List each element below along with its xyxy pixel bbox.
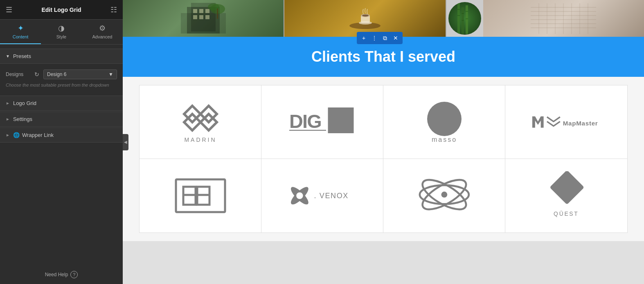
- designs-dropdown[interactable]: Design 6 ▼: [43, 69, 117, 79]
- logo-grid-wrapper: MADRIN DIG masso: [123, 77, 644, 241]
- svg-rect-17: [457, 3, 460, 34]
- photo-3: [448, 2, 481, 35]
- refresh-button[interactable]: ↻: [34, 70, 40, 78]
- logo-grid-chevron: ►: [6, 101, 10, 105]
- toolbar-copy-button[interactable]: ⧉: [381, 34, 390, 42]
- section-presets[interactable]: ▼ Presets: [0, 49, 123, 64]
- content-icon: ✦: [18, 24, 24, 33]
- logo-cell-venox: . VENOX: [261, 159, 383, 233]
- need-help-section: Need Help ?: [0, 265, 123, 284]
- svg-rect-60: [549, 171, 584, 205]
- svg-point-15: [362, 14, 369, 16]
- svg-rect-5: [205, 9, 209, 13]
- panel-header: ☰ Edit Logo Grid ☷: [0, 0, 123, 20]
- collapse-handle[interactable]: ◀: [123, 134, 128, 150]
- svg-text:masso: masso: [431, 136, 457, 143]
- mapmaster-logo-svg: MapMaster: [529, 111, 603, 133]
- hamburger-icon[interactable]: ☰: [6, 5, 12, 14]
- svg-text:QŪEST: QŪEST: [554, 210, 579, 217]
- svg-point-44: [427, 102, 462, 136]
- orbit-logo-svg: [414, 171, 475, 220]
- masso-logo-svg: masso: [412, 98, 477, 147]
- svg-text:MapMaster: MapMaster: [563, 120, 598, 127]
- settings-chevron: ►: [6, 117, 10, 121]
- svg-text:MADRIN: MADRIN: [184, 136, 216, 143]
- logo-cell-masso: masso: [383, 85, 505, 159]
- logo-grid-label: Logo Grid: [13, 100, 36, 106]
- svg-rect-19: [466, 5, 468, 34]
- grid-icon[interactable]: ☷: [110, 5, 117, 14]
- tab-style-label: Style: [56, 34, 66, 39]
- dropdown-arrow-icon: ▼: [108, 72, 113, 77]
- right-canvas: + ⋮ ⧉ ✕ Clients That I served MADRIN: [123, 0, 644, 284]
- tab-content[interactable]: ✦ Content: [0, 20, 41, 44]
- logo-cell-dig: DIG: [261, 85, 383, 159]
- tab-content-label: Content: [13, 34, 29, 39]
- style-icon: ◑: [58, 24, 65, 33]
- left-panel: ☰ Edit Logo Grid ☷ ✦ Content ◑ Style ⚙ A…: [0, 0, 123, 284]
- wrapper-link-label: Wrapper Link: [22, 132, 54, 138]
- banner-title: Clients That I served: [131, 48, 636, 65]
- settings-label: Settings: [13, 116, 32, 122]
- section-settings[interactable]: ► Settings: [0, 112, 123, 127]
- section-wrapper-link[interactable]: ► 🌐 Wrapper Link: [0, 127, 123, 143]
- need-help-label: Need Help: [45, 272, 68, 277]
- svg-rect-4: [199, 9, 203, 13]
- dig-logo-svg: DIG: [286, 100, 359, 144]
- quest-logo-svg: QŪEST: [536, 171, 597, 220]
- madrin-logo-svg: MADRIN: [168, 98, 233, 147]
- preset-help-text: Choose the most suitable preset from the…: [6, 83, 117, 87]
- section-logo-grid[interactable]: ► Logo Grid: [0, 96, 123, 111]
- svg-text:. VENOX: . VENOX: [314, 192, 348, 200]
- cafe-svg: [345, 3, 385, 34]
- logo-cell-quest: QŪEST: [505, 159, 627, 233]
- advanced-icon: ⚙: [99, 24, 106, 33]
- designs-label: Designs: [6, 72, 30, 77]
- svg-rect-3: [193, 9, 197, 13]
- widget-toolbar: + ⋮ ⧉ ✕: [357, 32, 403, 44]
- toolbar-move-button[interactable]: ⋮: [370, 34, 379, 42]
- svg-rect-42: [328, 107, 354, 133]
- tab-style[interactable]: ◑ Style: [41, 20, 82, 44]
- toolbar-add-button[interactable]: +: [359, 34, 368, 42]
- logo-grid: MADRIN DIG masso: [139, 85, 628, 233]
- svg-rect-6: [193, 15, 197, 19]
- svg-point-59: [441, 192, 447, 198]
- svg-point-16: [359, 21, 372, 25]
- photo-1: [123, 0, 284, 37]
- svg-text:DIG: DIG: [289, 110, 321, 132]
- svg-rect-7: [199, 15, 203, 19]
- logo-cell-neo: [140, 159, 261, 233]
- wrapper-link-chevron: ►: [6, 133, 10, 137]
- photo-strip: [123, 0, 644, 37]
- wrapper-link-icon: 🌐: [13, 132, 20, 138]
- building-svg: [179, 3, 228, 34]
- presets-chevron: ▼: [6, 54, 10, 58]
- panel-tabs: ✦ Content ◑ Style ⚙ Advanced: [0, 20, 123, 45]
- help-icon[interactable]: ?: [70, 271, 78, 278]
- tab-advanced[interactable]: ⚙ Advanced: [82, 20, 123, 44]
- neo-logo-svg: [168, 171, 233, 220]
- designs-row: Designs ↻ Design 6 ▼: [6, 69, 117, 79]
- logo-cell-madrin: MADRIN: [140, 85, 261, 159]
- svg-rect-8: [205, 15, 209, 19]
- presets-label: Presets: [13, 53, 31, 59]
- photo-2: [284, 0, 446, 37]
- tab-advanced-label: Advanced: [92, 34, 113, 39]
- designs-value: Design 6: [47, 72, 66, 77]
- venox-logo-svg: . VENOX: [286, 179, 359, 212]
- photo-4: [483, 0, 644, 37]
- presets-body: Designs ↻ Design 6 ▼ Choose the most sui…: [0, 65, 123, 96]
- logo-cell-orbit: [383, 159, 505, 233]
- logo-cell-mapmaster: MapMaster: [505, 85, 627, 159]
- panel-content: ▼ Presets Designs ↻ Design 6 ▼ Choose th…: [0, 45, 123, 265]
- svg-rect-11: [217, 9, 218, 19]
- toolbar-close-button[interactable]: ✕: [391, 34, 400, 42]
- panel-title: Edit Logo Grid: [41, 7, 81, 13]
- bamboo-svg: [453, 3, 476, 34]
- svg-point-54: [296, 192, 303, 199]
- texture-svg: [531, 3, 596, 34]
